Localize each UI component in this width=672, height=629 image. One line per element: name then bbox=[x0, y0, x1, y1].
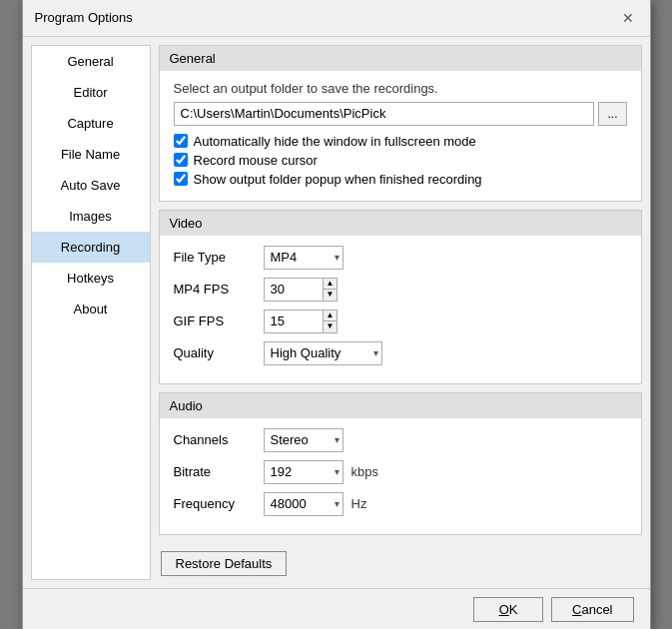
dialog-footer: OK Cancel bbox=[23, 588, 650, 630]
quality-row: Quality High Quality Medium Quality Low … bbox=[174, 341, 627, 365]
folder-path-input[interactable] bbox=[174, 102, 595, 126]
mp4fps-spinner: ▲ ▼ bbox=[264, 278, 338, 302]
dialog-title: Program Options bbox=[35, 10, 133, 25]
checkbox-popup-row: Show output folder popup when finished r… bbox=[174, 172, 627, 187]
channels-select-wrapper: Stereo Mono ▾ bbox=[264, 428, 343, 452]
cancel-button[interactable]: Cancel bbox=[551, 597, 633, 622]
frequency-control: 8000 11025 22050 44100 48000 ▾ Hz bbox=[264, 492, 367, 516]
bitrate-label: Bitrate bbox=[174, 464, 264, 479]
general-section: General Select an output folder to save … bbox=[159, 45, 642, 202]
restore-defaults-button[interactable]: Restore Defaults bbox=[161, 551, 288, 576]
giffps-spinner-btns: ▲ ▼ bbox=[324, 310, 338, 333]
mp4fps-row: MP4 FPS ▲ ▼ bbox=[174, 278, 627, 302]
sidebar-item-capture[interactable]: Capture bbox=[32, 108, 150, 139]
frequency-row: Frequency 8000 11025 22050 44100 48000 bbox=[174, 492, 627, 516]
audio-section-body: Channels Stereo Mono ▾ bbox=[160, 418, 641, 534]
cancel-label: Cancel bbox=[572, 602, 612, 617]
video-section-header: Video bbox=[160, 211, 641, 236]
checkbox-cursor[interactable] bbox=[174, 153, 188, 167]
mp4fps-up-button[interactable]: ▲ bbox=[324, 279, 337, 291]
sidebar-item-recording[interactable]: Recording bbox=[32, 232, 150, 263]
sidebar-item-images[interactable]: Images bbox=[32, 201, 150, 232]
file-type-select-wrapper: MP4 GIF AVI ▾ bbox=[264, 246, 343, 270]
frequency-unit: Hz bbox=[351, 496, 367, 511]
checkbox-fullscreen-label[interactable]: Automatically hide the window in fullscr… bbox=[194, 134, 476, 149]
dialog-body: General Editor Capture File Name Auto Sa… bbox=[23, 37, 650, 588]
ok-button[interactable]: OK bbox=[473, 597, 543, 622]
mp4fps-down-button[interactable]: ▼ bbox=[324, 290, 337, 301]
file-type-label: File Type bbox=[174, 250, 264, 265]
channels-select[interactable]: Stereo Mono bbox=[264, 428, 343, 452]
audio-section-header: Audio bbox=[160, 393, 641, 418]
mp4fps-control: ▲ ▼ bbox=[264, 278, 338, 302]
sidebar-item-general[interactable]: General bbox=[32, 46, 150, 77]
file-type-control: MP4 GIF AVI ▾ bbox=[264, 246, 343, 270]
giffps-down-button[interactable]: ▼ bbox=[324, 321, 337, 332]
giffps-up-button[interactable]: ▲ bbox=[324, 311, 337, 322]
frequency-select[interactable]: 8000 11025 22050 44100 48000 bbox=[264, 492, 343, 516]
mp4fps-label: MP4 FPS bbox=[174, 282, 264, 297]
checkbox-cursor-row: Record mouse cursor bbox=[174, 153, 627, 168]
mp4fps-spinner-btns: ▲ ▼ bbox=[324, 278, 338, 302]
sidebar: General Editor Capture File Name Auto Sa… bbox=[31, 45, 151, 580]
bitrate-select-wrapper: 64 128 192 256 320 ▾ bbox=[264, 460, 343, 484]
giffps-row: GIF FPS ▲ ▼ bbox=[174, 310, 627, 333]
giffps-label: GIF FPS bbox=[174, 314, 264, 328]
quality-control: High Quality Medium Quality Low Quality … bbox=[264, 341, 382, 365]
channels-control: Stereo Mono ▾ bbox=[264, 428, 343, 452]
checkbox-fullscreen[interactable] bbox=[174, 134, 188, 148]
video-section-body: File Type MP4 GIF AVI ▾ bbox=[160, 236, 641, 383]
bitrate-unit: kbps bbox=[351, 464, 378, 479]
bitrate-select[interactable]: 64 128 192 256 320 bbox=[264, 460, 343, 484]
general-section-body: Select an output folder to save the reco… bbox=[160, 71, 641, 201]
frequency-label: Frequency bbox=[174, 496, 264, 511]
file-type-row: File Type MP4 GIF AVI ▾ bbox=[174, 246, 627, 270]
browse-button[interactable]: ... bbox=[598, 102, 626, 126]
frequency-select-wrapper: 8000 11025 22050 44100 48000 ▾ bbox=[264, 492, 343, 516]
quality-select-wrapper: High Quality Medium Quality Low Quality … bbox=[264, 341, 382, 365]
giffps-spinner: ▲ ▼ bbox=[264, 310, 338, 333]
sidebar-item-about[interactable]: About bbox=[32, 294, 150, 324]
close-button[interactable]: ✕ bbox=[618, 8, 638, 28]
channels-label: Channels bbox=[174, 432, 264, 447]
mp4fps-input[interactable] bbox=[264, 278, 324, 302]
restore-defaults-row: Restore Defaults bbox=[159, 543, 642, 580]
file-type-select[interactable]: MP4 GIF AVI bbox=[264, 246, 343, 270]
giffps-control: ▲ ▼ bbox=[264, 310, 338, 333]
giffps-input[interactable] bbox=[264, 310, 324, 333]
sidebar-item-editor[interactable]: Editor bbox=[32, 77, 150, 108]
ok-label: OK bbox=[499, 602, 518, 617]
folder-description: Select an output folder to save the reco… bbox=[174, 81, 627, 96]
title-bar: Program Options ✕ bbox=[23, 0, 650, 37]
quality-label: Quality bbox=[174, 345, 264, 360]
checkbox-popup-label-text: Show output folder popup when finished r… bbox=[194, 172, 482, 187]
sidebar-item-hotkeys[interactable]: Hotkeys bbox=[32, 263, 150, 294]
video-section: Video File Type MP4 GIF AVI ▾ bbox=[159, 210, 642, 384]
quality-select[interactable]: High Quality Medium Quality Low Quality bbox=[264, 341, 382, 365]
folder-row: ... bbox=[174, 102, 627, 126]
checkbox-cursor-label[interactable]: Record mouse cursor bbox=[194, 153, 318, 168]
main-content: General Select an output folder to save … bbox=[159, 45, 642, 580]
checkbox-fullscreen-row: Automatically hide the window in fullscr… bbox=[174, 134, 627, 149]
program-options-dialog: Program Options ✕ General Editor Capture… bbox=[22, 0, 651, 629]
bitrate-control: 64 128 192 256 320 ▾ kbps bbox=[264, 460, 378, 484]
bitrate-row: Bitrate 64 128 192 256 320 ▾ bbox=[174, 460, 627, 484]
channels-row: Channels Stereo Mono ▾ bbox=[174, 428, 627, 452]
checkbox-popup[interactable] bbox=[174, 172, 188, 186]
general-section-header: General bbox=[160, 46, 641, 71]
sidebar-item-autosave[interactable]: Auto Save bbox=[32, 170, 150, 201]
sidebar-item-filename[interactable]: File Name bbox=[32, 139, 150, 170]
checkbox-popup-label[interactable]: Show output folder popup when finished r… bbox=[194, 172, 482, 187]
audio-section: Audio Channels Stereo Mono ▾ bbox=[159, 392, 642, 535]
